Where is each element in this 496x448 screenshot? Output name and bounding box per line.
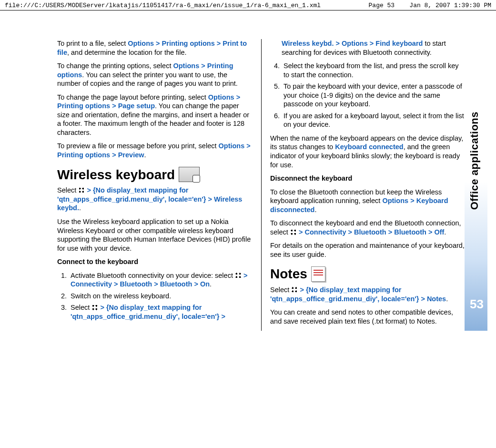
step-3: Select > {No display_text mapping for 'q… <box>69 303 253 321</box>
header-path: file:///C:/USERS/MODEServer/lkatajis/110… <box>5 2 321 9</box>
heading-notes: Notes <box>270 265 466 283</box>
para-keyboard-connected: When the name of the keyboard appears on… <box>270 134 466 169</box>
step-1: Activate Bluetooth connectivity on your … <box>69 271 253 289</box>
para-print-to-file: To print to a file, select Options > Pri… <box>57 39 253 57</box>
menu-icon <box>78 187 85 193</box>
step-6: If you are asked for a keyboard layout, … <box>282 112 466 129</box>
para-preview: To preview a file or message before you … <box>57 142 253 159</box>
left-column: To print to a file, select Options > Pri… <box>57 39 261 331</box>
para-disconnect-bluetooth: To disconnect the keyboard and end the B… <box>270 219 466 236</box>
connect-steps-cont: Select the keyboard from the list, and p… <box>270 61 466 129</box>
menu-icon <box>235 272 242 279</box>
heading-connect-keyboard: Connect to the keyboard <box>57 257 253 266</box>
para-page-setup: To change the page layout before printin… <box>57 93 253 137</box>
right-column: Wireless keybd. > Options > Find keyboar… <box>261 39 466 331</box>
connect-steps: Activate Bluetooth connectivity on your … <box>57 271 253 321</box>
step-5: To pair the keyboard with your device, e… <box>282 82 466 109</box>
para-wk-select: Select > {No display_text mapping for 'q… <box>57 186 253 213</box>
heading-wireless-keyboard: Wireless keyboard <box>57 166 253 183</box>
para-wk-desc: Use the Wireless keyboard application to… <box>57 217 253 253</box>
print-header: file:///C:/USERS/MODEServer/lkatajis/110… <box>0 0 496 10</box>
menu-icon <box>291 286 298 293</box>
menu-printing-options: Printing options <box>162 40 215 47</box>
para-disconnect-keep-running: To close the Bluetooth connection but ke… <box>270 188 466 214</box>
heading-disconnect-keyboard: Disconnect the keyboard <box>270 174 466 183</box>
step-3-continued: Wireless keybd. > Options > Find keyboar… <box>282 39 466 57</box>
page-number: 53 <box>470 297 484 312</box>
menu-options: Options <box>128 40 154 47</box>
menu-icon <box>290 229 297 235</box>
para-notes-select: Select > {No display_text mapping for 'q… <box>270 285 466 303</box>
para-change-options: To change the printing options, select O… <box>57 61 253 88</box>
para-keyboard-guide: For details on the operation and mainten… <box>270 241 466 259</box>
para-notes-desc: You can create and send notes to other c… <box>270 308 466 326</box>
keyboard-icon <box>179 167 200 182</box>
menu-icon <box>91 304 98 311</box>
header-page: Page 53 <box>369 2 395 9</box>
side-tab-label: Office applications <box>465 106 485 215</box>
step-4: Select the keyboard from the list, and p… <box>282 61 466 79</box>
notes-icon <box>311 266 325 282</box>
step-2: Switch on the wireless keyboard. <box>69 292 253 301</box>
header-timestamp: Jan 8, 2007 1:39:30 PM <box>409 2 491 9</box>
